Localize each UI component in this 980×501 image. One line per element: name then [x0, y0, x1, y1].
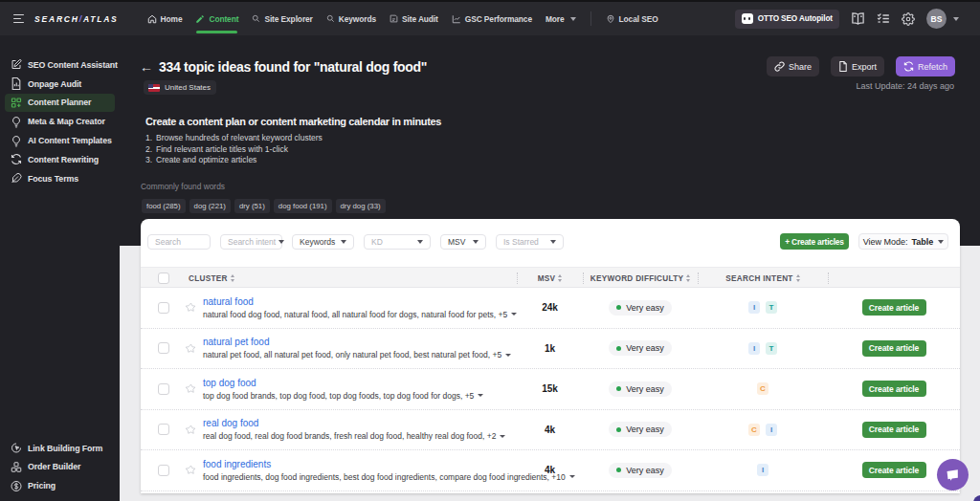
word-tag[interactable]: dog (221) [189, 199, 231, 213]
sidebar-item-focus-terms[interactable]: Focus Terms [5, 169, 115, 188]
refetch-button[interactable]: Refetch [896, 56, 955, 76]
checklist-icon[interactable] [877, 12, 890, 25]
gear-icon[interactable] [902, 12, 915, 26]
chevron-down-icon[interactable] [500, 435, 505, 438]
star-icon[interactable] [181, 424, 201, 436]
chevron-down-icon [953, 17, 959, 21]
column-header-search-intent[interactable]: SEARCH INTENT [698, 268, 828, 289]
view-mode-dropdown[interactable]: View Mode: Table [858, 233, 948, 250]
msv-value: 1k [517, 343, 583, 354]
search-intent-badge: C [748, 424, 760, 436]
chevron-down-icon[interactable] [505, 354, 511, 357]
row-checkbox[interactable] [158, 302, 169, 314]
row-checkbox[interactable] [158, 383, 169, 395]
sidebar-item-link-building-form[interactable]: Link Building Form [5, 439, 115, 458]
msv-value: 4k [517, 425, 583, 435]
brand-logo[interactable]: SEARCH/ATLAS [34, 14, 119, 24]
column-header-keyword-difficulty[interactable]: KEYWORD DIFFICULTY [583, 268, 698, 289]
star-icon[interactable] [181, 342, 201, 355]
create-article-button[interactable]: Create article [862, 299, 926, 316]
word-tag[interactable]: dog food (191) [274, 199, 332, 213]
intro-step: 3.Create and optimize articles [145, 155, 323, 166]
star-icon[interactable] [181, 301, 201, 314]
nav-item-home[interactable]: Home [141, 2, 189, 35]
back-arrow-icon[interactable]: ← [140, 60, 153, 74]
sidebar-item-content-planner[interactable]: Content Planner [5, 94, 115, 113]
sidebar-item-content-rewriting[interactable]: Content Rewriting [5, 150, 115, 169]
cluster-link[interactable]: real dog food [203, 418, 517, 428]
sidebar-item-seo-content-assistant[interactable]: SEO Content Assistant [5, 55, 115, 75]
page-title: 334 topic ideas found for "natural dog f… [159, 59, 427, 75]
kd-dropdown[interactable]: KD [364, 234, 431, 250]
row-checkbox[interactable] [158, 424, 169, 435]
chevron-down-icon [278, 240, 284, 244]
word-tag[interactable]: food (285) [142, 199, 186, 213]
intro-step: 1.Browse hundreds of relevant keyword cl… [145, 133, 323, 144]
search-intent-badge: C [757, 382, 768, 395]
msv-value: 15k [517, 383, 583, 394]
intent-badges: IT [698, 301, 828, 314]
book-icon[interactable] [851, 12, 865, 25]
column-header-cluster[interactable]: CLUSTER [181, 268, 517, 289]
search-intent-badge: I [757, 464, 768, 476]
share-button[interactable]: Share [767, 56, 819, 76]
export-button[interactable]: Export [831, 56, 884, 76]
nav-item-content[interactable]: Content [189, 2, 245, 35]
kd-dot-icon [616, 427, 621, 432]
nav-item-gsc-performance[interactable]: GSC Performance [445, 2, 539, 35]
nav-item-more[interactable]: More [539, 2, 583, 35]
row-checkbox[interactable] [158, 342, 169, 354]
cluster-link[interactable]: natural pet food [203, 337, 517, 347]
msv-value: 24k [517, 302, 583, 313]
nav-item-site-explorer[interactable]: Site Explorer [245, 2, 319, 35]
menu-icon[interactable] [13, 14, 24, 24]
sidebar-item-order-builder[interactable]: Order Builder [5, 457, 115, 476]
country-chip[interactable]: United States [144, 80, 216, 95]
chat-widget-button[interactable] [937, 459, 969, 490]
msv-dropdown[interactable]: MSV [440, 234, 486, 250]
sidebar-item-onpage-audit[interactable]: Onpage Audit [5, 75, 115, 94]
word-tag[interactable]: dry (51) [234, 199, 270, 213]
user-menu[interactable]: BS [926, 9, 959, 29]
create-article-button[interactable]: Create article [862, 340, 926, 357]
create-article-button[interactable]: Create article [862, 462, 926, 478]
create-article-button[interactable]: Create article [862, 381, 926, 397]
cluster-link[interactable]: food ingredients [203, 459, 517, 469]
chevron-down-icon[interactable] [478, 394, 483, 397]
sidebar-item-pricing[interactable]: Pricing [5, 476, 115, 495]
create-articles-button[interactable]: + Create articles [780, 233, 849, 250]
chart-icon [452, 14, 461, 24]
search-input[interactable] [147, 234, 211, 250]
cluster-link[interactable]: top dog food [203, 378, 517, 388]
kd-dot-icon [616, 305, 621, 310]
nav-item-keywords[interactable]: Keywords [320, 2, 383, 35]
nav-item-site-audit[interactable]: Site Audit [383, 2, 445, 35]
sidebar-bottom-list: Link Building Form Order Builder Pricing [0, 439, 120, 501]
sidebar-item-ai-content-templates[interactable]: AI Content Templates [5, 131, 115, 150]
common-words-label: Commonly found words [141, 182, 225, 191]
nav-item-local-seo[interactable]: Local SEO [599, 2, 665, 35]
select-all-checkbox[interactable] [158, 272, 169, 284]
column-header-msv[interactable]: MSV [517, 268, 583, 289]
chevron-down-icon[interactable] [511, 313, 517, 316]
chevron-down-icon [938, 240, 944, 244]
cluster-link[interactable]: natural food [203, 296, 517, 307]
chevron-down-icon[interactable] [569, 475, 575, 478]
table-row: food ingredients food ingredients, dog f… [141, 450, 960, 491]
avatar: BS [926, 9, 947, 29]
map-pin-icon [606, 14, 615, 24]
cubes-icon [11, 461, 22, 472]
create-article-button[interactable]: Create article [862, 422, 926, 438]
star-icon[interactable] [181, 382, 201, 395]
primary-nav: Home Content Site Explorer Keywords Site… [141, 2, 665, 35]
search-intent-dropdown[interactable]: Search intent [220, 234, 282, 250]
word-tag[interactable]: dry dog (33) [336, 199, 386, 213]
sidebar-item-meta-map-creator[interactable]: Meta & Map Creator [5, 112, 115, 131]
otto-seo-autopilot-button[interactable]: OTTO SEO Autopilot [735, 10, 839, 29]
kd-dot-icon [616, 346, 621, 351]
is-starred-dropdown[interactable]: Is Starred [496, 234, 564, 250]
keywords-dropdown[interactable]: Keywords [292, 234, 354, 250]
link-icon [774, 61, 785, 72]
row-checkbox[interactable] [158, 465, 169, 476]
star-icon[interactable] [181, 464, 201, 476]
